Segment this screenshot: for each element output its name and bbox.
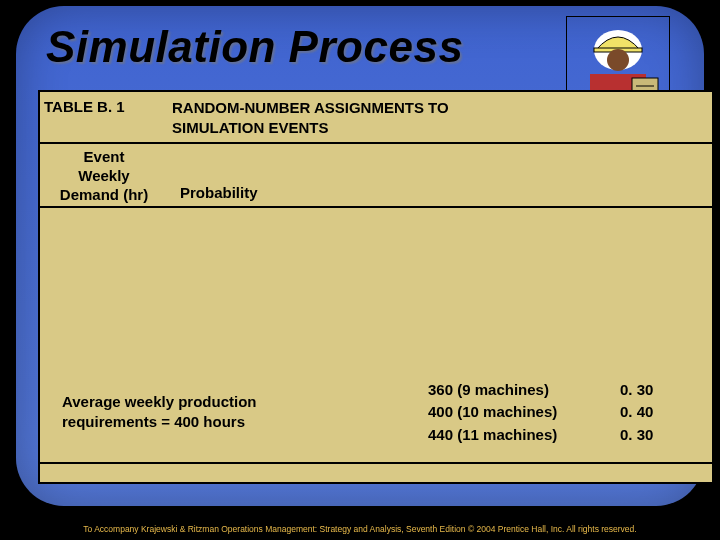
table-number: TABLE B. 1 [44,98,125,115]
scenario-row: 360 (9 machines) 0. 30 [428,380,680,400]
col1-line1: Event Weekly Demand (hr) [60,148,148,203]
rule-bottom [40,462,712,464]
scenario-desc: 440 (11 machines) [428,425,620,445]
scenario-row: 400 (10 machines) 0. 40 [428,402,680,422]
scenario-prob: 0. 30 [620,380,680,400]
scenario-row: 440 (11 machines) 0. 30 [428,425,680,445]
scenario-list: 360 (9 machines) 0. 30 400 (10 machines)… [428,380,680,447]
scenario-desc: 360 (9 machines) [428,380,620,400]
table-title: RANDOM-NUMBER ASSIGNMENTS TO SIMULATION … [172,98,502,137]
copyright-footer: To Accompany Krajewski & Ritzman Operati… [0,524,720,534]
rule-header [40,206,712,208]
slide-title: Simulation Process [46,22,463,72]
svg-point-3 [607,49,629,71]
scenario-prob: 0. 40 [620,402,680,422]
column-header-event: Event Weekly Demand (hr) [44,148,164,204]
slide-background: Simulation Process TABLE B. 1 RANDOM-NUM… [16,6,704,506]
rule-top [40,142,712,144]
scenario-prob: 0. 30 [620,425,680,445]
scenario-desc: 400 (10 machines) [428,402,620,422]
average-note: Average weekly production requirements =… [62,392,322,431]
column-header-probability: Probability [180,184,258,201]
table-panel: TABLE B. 1 RANDOM-NUMBER ASSIGNMENTS TO … [38,90,714,484]
